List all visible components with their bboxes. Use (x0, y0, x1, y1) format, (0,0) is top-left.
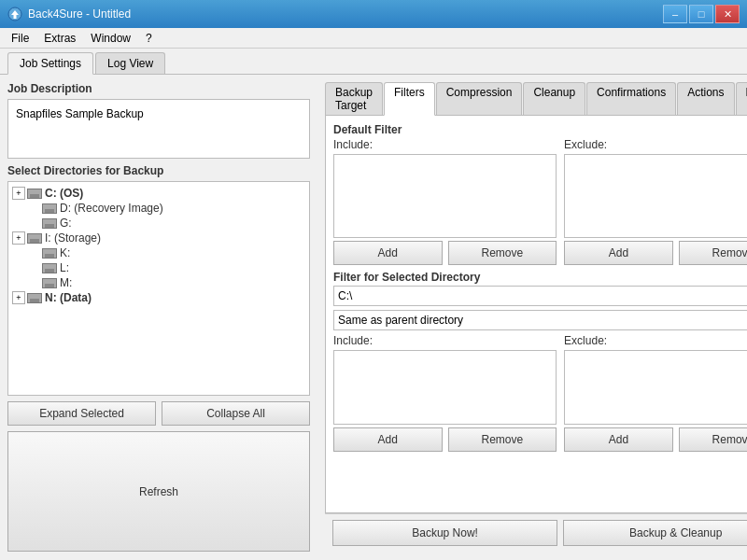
default-filter-cols: Include: Add Remove Exclude: Add Remove (333, 138, 747, 265)
default-include-list[interactable] (333, 154, 557, 238)
tab-actions[interactable]: Actions (677, 82, 734, 115)
drive-icon-k (42, 248, 57, 259)
selected-include-remove-button[interactable]: Remove (448, 427, 557, 452)
menu-file[interactable]: File (4, 30, 36, 47)
drive-icon-l (42, 263, 57, 273)
default-exclude-col: Exclude: Add Remove (564, 138, 747, 265)
default-include-remove-button[interactable]: Remove (448, 241, 557, 265)
default-include-buttons: Add Remove (333, 241, 557, 265)
tree-item-i[interactable]: + I: (Storage) (12, 231, 305, 245)
expander-c[interactable]: + (12, 187, 25, 200)
close-button[interactable]: ✕ (715, 5, 740, 23)
backup-now-button[interactable]: Backup Now! (332, 520, 557, 546)
selected-dir-label: Filter for Selected Directory (333, 271, 747, 284)
expander-i[interactable]: + (12, 231, 25, 245)
right-panel: Backup Target Filters Compression Cleanu… (317, 75, 747, 559)
tree-item-d[interactable]: D: (Recovery Image) (12, 201, 305, 216)
tree-label-m: M: (60, 276, 72, 289)
collapse-all-button[interactable]: Collapse All (162, 401, 310, 426)
filter-tab-bar: Backup Target Filters Compression Cleanu… (325, 82, 747, 115)
tree-item-c[interactable]: + C: (OS) (12, 186, 305, 201)
tree-label-l: L: (60, 261, 69, 274)
drive-icon-c (27, 189, 42, 199)
selected-exclude-list[interactable] (564, 350, 747, 425)
selected-exclude-add-button[interactable]: Add (564, 427, 673, 452)
tree-item-k[interactable]: K: (12, 245, 305, 260)
selected-include-buttons: Add Remove (333, 427, 557, 452)
directory-dropdown[interactable]: C:\ (333, 286, 747, 306)
selected-exclude-remove-button[interactable]: Remove (679, 427, 747, 452)
tree-item-n[interactable]: + N: (Data) (12, 290, 305, 305)
tree-label-k: K: (60, 246, 70, 259)
exclude-label: Exclude: (564, 138, 747, 151)
selected-include-col: Include: Add Remove (333, 334, 557, 452)
backup-cleanup-button[interactable]: Backup & Cleanup (563, 520, 747, 546)
include-label: Include: (333, 138, 557, 151)
drive-icon-m (42, 278, 57, 288)
drive-icon-n (27, 293, 42, 303)
tree-item-l[interactable]: L: (12, 260, 305, 275)
selected-dir-filter-cols: Include: Add Remove Exclude: Add Remove (333, 334, 747, 452)
tree-item-m[interactable]: M: (12, 275, 305, 290)
main-tab-bar: Job Settings Log View (0, 49, 747, 75)
tab-cleanup[interactable]: Cleanup (523, 82, 585, 115)
title-bar: Back4Sure - Untitled – □ ✕ (0, 0, 747, 28)
tab-confirmations[interactable]: Confirmations (586, 82, 676, 115)
tab-log-view[interactable]: Log View (95, 52, 165, 74)
content-area: Job Description Select Directories for B… (0, 75, 747, 559)
app-title: Back4Sure - Untitled (28, 7, 131, 21)
default-exclude-remove-button[interactable]: Remove (679, 241, 747, 265)
default-exclude-list[interactable] (564, 154, 747, 238)
directory-tree[interactable]: + C: (OS) D: (Recovery Image) (7, 181, 310, 396)
dir-label: Select Directories for Backup (7, 164, 310, 177)
left-panel: Job Description Select Directories for B… (0, 75, 317, 559)
default-include-col: Include: Add Remove (333, 138, 557, 265)
menu-bar: File Extras Window ? (0, 28, 747, 49)
selected-exclude-col: Exclude: Add Remove (564, 334, 747, 452)
menu-help[interactable]: ? (138, 30, 160, 47)
expander-n[interactable]: + (12, 291, 25, 304)
parent-filter-dropdown-wrapper: Same as parent directory ▼ (333, 310, 747, 330)
minimize-button[interactable]: – (663, 5, 687, 23)
directory-dropdown-wrapper: C:\ ▼ (333, 286, 747, 306)
tab-compression[interactable]: Compression (436, 82, 523, 115)
refresh-button[interactable]: Refresh (7, 431, 310, 552)
tree-label-n: N: (Data) (45, 291, 92, 304)
menu-window[interactable]: Window (83, 30, 138, 47)
window-controls: – □ ✕ (663, 5, 740, 23)
job-desc-input[interactable] (12, 104, 305, 154)
expand-collapse-row: Expand Selected Collapse All (7, 401, 310, 426)
app-icon (7, 7, 22, 21)
tree-item-g[interactable]: G: (12, 216, 305, 231)
job-description-group: Job Description (7, 82, 310, 159)
parent-filter-dropdown[interactable]: Same as parent directory (333, 310, 747, 330)
selected-dir-filter-section: Filter for Selected Directory C:\ ▼ Same… (333, 271, 747, 452)
default-filter-label: Default Filter (333, 123, 747, 136)
tree-label-i: I: (Storage) (45, 231, 101, 245)
default-exclude-buttons: Add Remove (564, 241, 747, 265)
menu-extras[interactable]: Extras (36, 30, 83, 47)
tab-backup-target[interactable]: Backup Target (325, 82, 383, 115)
selected-include-add-button[interactable]: Add (333, 427, 443, 452)
include-label2: Include: (333, 334, 557, 347)
job-desc-label: Job Description (7, 82, 310, 95)
tab-job-settings[interactable]: Job Settings (7, 52, 93, 75)
drive-icon-g (42, 218, 57, 229)
selected-include-list[interactable] (333, 350, 557, 425)
default-filter-section: Default Filter Include: Add Remove Exclu… (333, 123, 747, 265)
default-include-add-button[interactable]: Add (333, 241, 443, 265)
maximize-button[interactable]: □ (689, 5, 713, 23)
selected-exclude-buttons: Add Remove (564, 427, 747, 452)
dir-selection-group: Select Directories for Backup + C: (OS) (7, 164, 310, 396)
tab-filters[interactable]: Filters (384, 82, 435, 116)
default-exclude-add-button[interactable]: Add (564, 241, 673, 265)
expand-selected-button[interactable]: Expand Selected (7, 401, 156, 426)
drive-icon-i (27, 233, 42, 244)
exclude-label2: Exclude: (564, 334, 747, 347)
drive-icon-d (42, 203, 57, 214)
tree-label-d: D: (Recovery Image) (60, 202, 163, 215)
bottom-bar: Backup Now! Backup & Cleanup (325, 513, 747, 552)
filter-content-area: Default Filter Include: Add Remove Exclu… (325, 115, 747, 513)
tab-logging[interactable]: Logging (736, 82, 748, 115)
tree-label-g: G: (60, 217, 72, 230)
